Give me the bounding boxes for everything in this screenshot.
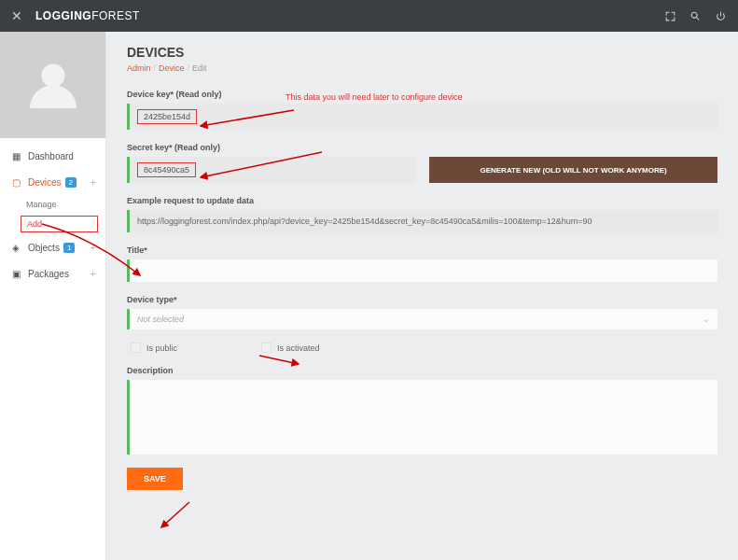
device-type-placeholder: Not selected	[137, 315, 184, 324]
save-button[interactable]: SAVE	[127, 468, 183, 490]
search-icon[interactable]	[689, 10, 702, 22]
title-input[interactable]	[127, 259, 717, 282]
devices-badge: 2	[65, 177, 77, 188]
close-icon[interactable]: ✕	[11, 8, 22, 23]
device-icon: ▢	[9, 177, 22, 188]
device-type-label: Device type*	[127, 295, 717, 304]
device-key-value: 2425be154d	[137, 109, 197, 124]
page-title: DEVICES	[127, 45, 717, 60]
sidebar: ▦ Dashboard ▢ Devices 2 + Manage Add ◈ O…	[0, 32, 106, 560]
is-public-label: Is public	[146, 343, 177, 353]
crumb-admin[interactable]: Admin	[127, 63, 151, 73]
is-public-checkbox[interactable]: Is public	[131, 343, 177, 353]
sidebar-item-label: Devices	[28, 177, 62, 188]
device-key-field: 2425be154d	[127, 104, 717, 130]
is-activated-label: Is activated	[277, 343, 320, 353]
example-request-field: https://loggingforest.com/index.php/api?…	[127, 210, 717, 232]
svg-point-0	[41, 64, 64, 88]
brand-logo: LOGGINGFOREST	[35, 9, 140, 22]
objects-badge: 1	[63, 243, 75, 253]
sidebar-item-devices[interactable]: ▢ Devices 2 +	[0, 169, 105, 195]
sidebar-item-packages[interactable]: ▣ Packages +	[0, 260, 105, 287]
sidebar-sub-manage[interactable]: Manage	[0, 195, 105, 214]
plus-icon[interactable]: +	[91, 176, 96, 188]
secret-key-value: 8c45490ca5	[137, 162, 196, 177]
grid-icon: ▦	[9, 151, 22, 161]
crumb-edit: Edit	[192, 63, 207, 73]
description-input[interactable]	[127, 380, 717, 455]
secret-key-label: Secret key* (Read only)	[127, 143, 717, 152]
power-icon[interactable]	[715, 10, 727, 22]
sidebar-item-dashboard[interactable]: ▦ Dashboard	[0, 144, 105, 169]
plus-icon[interactable]: +	[91, 242, 96, 253]
packages-icon: ▣	[9, 269, 22, 279]
device-type-select[interactable]: Not selected ⌄	[127, 309, 717, 329]
crumb-device[interactable]: Device	[159, 63, 185, 73]
chevron-down-icon: ⌄	[703, 315, 710, 324]
plus-icon[interactable]: +	[91, 268, 96, 279]
breadcrumb: Admin/Device/Edit	[127, 63, 717, 73]
description-label: Description	[127, 366, 717, 375]
generate-new-button[interactable]: GENERATE NEW (OLD WILL NOT WORK ANYMORE)	[429, 157, 717, 183]
sidebar-item-label: Packages	[28, 269, 69, 279]
title-label: Title*	[127, 245, 717, 255]
objects-icon: ◈	[9, 243, 22, 253]
secret-key-field: 8c45490ca5	[127, 157, 416, 183]
avatar	[0, 32, 105, 138]
main-content: DEVICES Admin/Device/Edit Device key* (R…	[106, 32, 738, 560]
sidebar-sub-add[interactable]: Add	[21, 216, 98, 232]
example-request-label: Example request to update data	[127, 196, 717, 205]
sidebar-item-label: Objects	[28, 243, 60, 253]
sidebar-item-objects[interactable]: ◈ Objects 1 +	[0, 234, 105, 260]
fullscreen-icon[interactable]	[664, 10, 676, 22]
sidebar-item-label: Dashboard	[28, 151, 74, 161]
is-activated-checkbox[interactable]: Is activated	[261, 343, 320, 353]
example-request-value: https://loggingforest.com/index.php/api?…	[137, 217, 592, 226]
config-note: This data you will need later to configu…	[285, 92, 463, 102]
